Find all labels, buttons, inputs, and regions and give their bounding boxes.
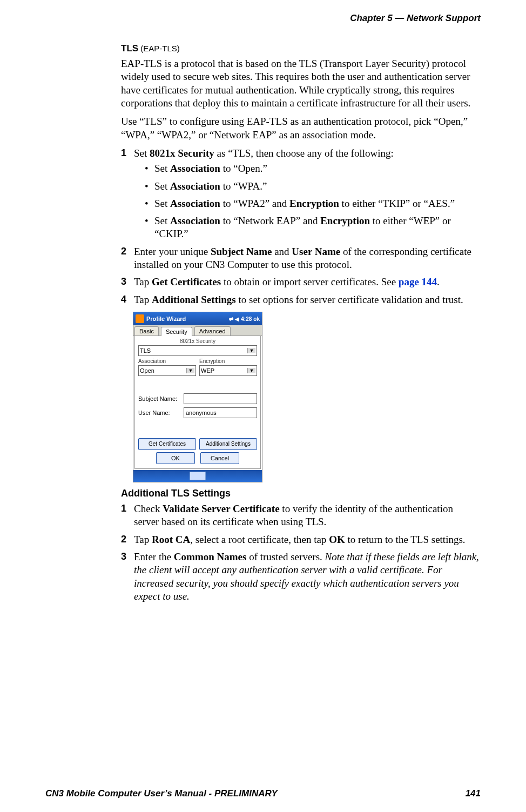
- tray: ⇄ ◀ 4:28 ok: [229, 316, 260, 322]
- text: of trusted servers.: [246, 551, 325, 562]
- subheading-additional-tls-settings: Additional TLS Settings: [121, 488, 481, 499]
- tabs: Basic Security Advanced: [133, 325, 262, 336]
- tab-security[interactable]: Security: [161, 327, 192, 336]
- text: to either “TKIP” or “AES.”: [339, 198, 455, 209]
- text: to “Open.”: [220, 163, 267, 174]
- subject-name-input[interactable]: [184, 393, 257, 404]
- additional-settings-button[interactable]: Additional Settings: [199, 438, 257, 450]
- text: Set: [154, 198, 170, 209]
- text: Tap: [134, 294, 152, 305]
- label-common-names: Common Names: [174, 551, 247, 562]
- text: Set: [154, 163, 170, 174]
- cancel-button[interactable]: Cancel: [200, 452, 239, 464]
- paragraph-use-tls: Use “TLS” to configure using EAP-TLS as …: [121, 115, 481, 142]
- chevron-down-icon: ▼: [247, 348, 255, 353]
- label-get-certificates: Get Certificates: [152, 276, 221, 287]
- ok-button[interactable]: ok: [253, 316, 260, 322]
- label-association: Association: [170, 215, 220, 226]
- clock: 4:28: [241, 316, 252, 322]
- bullet-open: Set Association to “Open.”: [145, 162, 481, 175]
- label-ok: OK: [329, 534, 345, 545]
- get-certificates-button[interactable]: Get Certificates: [138, 438, 196, 450]
- label-encryption: Encryption: [320, 215, 370, 226]
- text: to obtain or import server certificates.…: [221, 276, 399, 287]
- bullet-wpa2: Set Association to “WPA2” and Encryption…: [145, 197, 481, 210]
- step-3: Tap Get Certificates to obtain or import…: [121, 276, 481, 288]
- text: Set: [134, 147, 150, 159]
- volume-icon[interactable]: ◀: [235, 316, 239, 322]
- section-heading-tls: TLS (EAP-TLS): [121, 43, 481, 54]
- user-name-input[interactable]: anonymous: [184, 407, 257, 418]
- association-value: Open: [140, 367, 186, 374]
- text: as “TLS, then choose any of the followin…: [214, 147, 394, 159]
- text: Check: [134, 503, 163, 514]
- label-root-ca: Root CA: [152, 534, 190, 545]
- label-validate-server-certificate: Validate Server Certificate: [163, 503, 279, 514]
- text: Set: [154, 180, 170, 192]
- link-page-144[interactable]: page 144: [399, 276, 437, 287]
- label-association: Association: [170, 198, 220, 209]
- additional-step-1: Check Validate Server Certificate to ver…: [121, 502, 481, 529]
- additional-step-3: Enter the Common Names of trusted server…: [121, 551, 481, 603]
- bullets: Set Association to “Open.” Set Associati…: [145, 162, 481, 241]
- footer: CN3 Mobile Computer User’s Manual - PREL…: [45, 788, 481, 799]
- additional-step-2: Tap Root CA, select a root certificate, …: [121, 533, 481, 546]
- encryption-value: WEP: [201, 367, 247, 374]
- text: , select a root certificate, then tap: [190, 534, 329, 545]
- connectivity-icon[interactable]: ⇄: [229, 316, 233, 322]
- label-user-name: User Name: [292, 246, 340, 257]
- steps-list: Set 8021x Security as “TLS, then choose …: [121, 147, 481, 306]
- chevron-down-icon: ▼: [186, 368, 194, 373]
- step-1: Set 8021x Security as “TLS, then choose …: [121, 147, 481, 241]
- text: Tap: [134, 534, 152, 545]
- window-title: Profile Wizard: [146, 316, 229, 322]
- group-label-8021x: 8021x Security: [138, 338, 257, 344]
- ok-button[interactable]: OK: [156, 452, 195, 464]
- label-additional-settings: Additional Settings: [152, 294, 236, 305]
- heading-bold: TLS: [121, 43, 138, 53]
- label-encryption: Encryption: [199, 358, 257, 364]
- step-2: Enter your unique Subject Name and User …: [121, 245, 481, 272]
- text: Tap: [134, 276, 152, 287]
- page: Chapter 5 — Network Support TLS (EAP-TLS…: [0, 0, 526, 812]
- bottom-bar: [133, 470, 262, 482]
- start-icon[interactable]: [136, 314, 144, 323]
- tab-basic[interactable]: Basic: [134, 326, 159, 335]
- step-4: Tap Additional Settings to set options f…: [121, 293, 481, 306]
- bullet-network-eap: Set Association to “Network EAP” and Enc…: [145, 214, 481, 241]
- text: and: [272, 246, 292, 257]
- tab-advanced[interactable]: Advanced: [194, 326, 231, 335]
- titlebar: Profile Wizard ⇄ ◀ 4:28 ok: [133, 312, 262, 325]
- text: Enter your unique: [134, 246, 211, 257]
- page-number: 141: [466, 788, 481, 799]
- additional-steps-list: Check Validate Server Certificate to ver…: [121, 502, 481, 603]
- device-screenshot: Profile Wizard ⇄ ◀ 4:28 ok Basic Securit…: [133, 312, 262, 482]
- text: Set: [154, 215, 170, 226]
- text: to “WPA2” and: [220, 198, 289, 209]
- footer-title: CN3 Mobile Computer User’s Manual - PREL…: [45, 788, 278, 799]
- text: .: [437, 276, 440, 287]
- running-header: Chapter 5 — Network Support: [45, 13, 481, 24]
- association-combo[interactable]: Open ▼: [138, 365, 196, 376]
- security-panel: 8021x Security TLS ▼ Association Open ▼ …: [134, 335, 261, 469]
- label-8021x-security: 8021x Security: [150, 147, 214, 159]
- label-association: Association: [138, 358, 196, 364]
- text: to “Network EAP” and: [220, 215, 320, 226]
- label-association: Association: [170, 180, 220, 192]
- content: TLS (EAP-TLS) EAP-TLS is a protocol that…: [121, 43, 481, 603]
- label-encryption: Encryption: [289, 198, 339, 209]
- encryption-combo[interactable]: WEP ▼: [199, 365, 257, 376]
- label-association: Association: [170, 163, 220, 174]
- subject-name-label: Subject Name:: [138, 395, 184, 402]
- paragraph-eap-tls-desc: EAP-TLS is a protocol that is based on t…: [121, 57, 481, 110]
- text: to return to the TLS settings.: [345, 534, 466, 545]
- user-name-label: User Name:: [138, 410, 184, 416]
- bullet-wpa: Set Association to “WPA.”: [145, 180, 481, 193]
- security-combo[interactable]: TLS ▼: [138, 345, 257, 356]
- text: to set options for server certificate va…: [236, 294, 463, 305]
- label-subject-name: Subject Name: [211, 246, 272, 257]
- chevron-down-icon: ▼: [247, 368, 255, 373]
- text: to “WPA.”: [220, 180, 267, 192]
- keyboard-icon[interactable]: [190, 472, 206, 480]
- security-value: TLS: [140, 347, 247, 354]
